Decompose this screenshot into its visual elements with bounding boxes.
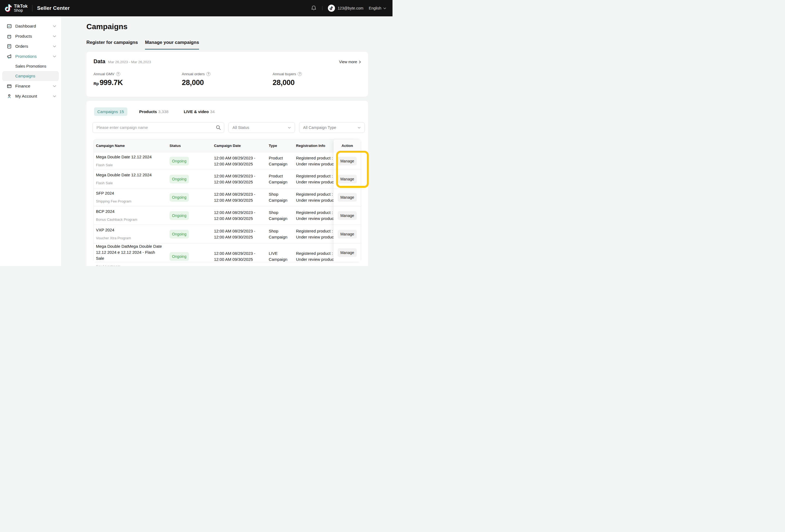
manage-button[interactable]: Manage xyxy=(338,211,357,220)
status-badge: Ongoing xyxy=(170,157,189,166)
sidebar-item-label: Campaigns xyxy=(15,74,35,78)
campaign-type: Product Campaign xyxy=(267,155,294,167)
campaign-type: Shop Campaign xyxy=(267,209,294,222)
campaign-date-end: 12:00 AM 09/30/2025 xyxy=(214,197,267,203)
campaign-subtitle: Key Livestream xyxy=(96,263,167,266)
status-badge: Ongoing xyxy=(170,252,189,261)
sidebar-item-orders[interactable]: Orders xyxy=(0,41,61,51)
table-row: BCP 2024Bonus Cashback Program Ongoing 1… xyxy=(94,206,361,225)
status-badge: Ongoing xyxy=(170,230,189,238)
status-badge: Ongoing xyxy=(170,175,189,183)
table-row: Mega Double Date 12.12 2024Flash Sale On… xyxy=(94,152,361,170)
col-action: Action xyxy=(334,139,361,152)
page-tabs: Register for campaigns Manage your campa… xyxy=(86,40,199,50)
metric-annual-orders: Annual orders ? 28,000 xyxy=(182,72,273,87)
chevron-right-icon xyxy=(359,60,361,64)
chevron-down-icon xyxy=(383,7,386,9)
sidebar-item-label: My Account xyxy=(15,94,37,99)
my-account-icon xyxy=(6,94,12,99)
campaign-type: Shop Campaign xyxy=(267,228,294,240)
help-icon[interactable]: ? xyxy=(116,72,120,76)
account-email[interactable]: 123@byte.com xyxy=(338,6,363,10)
view-more-link[interactable]: View more xyxy=(339,60,361,64)
col-status: Status xyxy=(167,144,212,148)
currency-prefix: Rp xyxy=(94,81,99,86)
tab-register-for-campaigns[interactable]: Register for campaigns xyxy=(86,40,138,50)
sidebar-item-dashboard[interactable]: Dashboard xyxy=(0,21,61,31)
manage-button[interactable]: Manage xyxy=(338,248,357,257)
metric-label: Annual orders xyxy=(182,72,205,76)
tab-products[interactable]: Products 3,338 xyxy=(136,107,172,116)
chevron-down-icon xyxy=(358,127,361,129)
tab-label: LIVE & video xyxy=(184,109,209,114)
chevron-down-icon xyxy=(53,25,56,27)
search-icon[interactable] xyxy=(216,125,221,130)
notification-bell-icon[interactable] xyxy=(311,5,317,11)
tiktok-shop-logo[interactable]: TikTok Shop xyxy=(5,4,28,12)
sidebar-item-campaigns[interactable]: Campaigns xyxy=(2,71,59,81)
account-avatar[interactable] xyxy=(328,5,335,12)
tab-live-video[interactable]: LIVE & video 34 xyxy=(180,107,218,116)
metric-annual-gmv: Annual GMV ? Rp 999.7K xyxy=(94,72,182,87)
main-content: Campaigns Register for campaigns Manage … xyxy=(61,16,392,266)
sidebar-item-finance[interactable]: Finance xyxy=(0,81,61,91)
dashboard-icon xyxy=(6,23,12,29)
campaign-name: Mega Double Date 12.12 2024 xyxy=(96,154,164,160)
sidebar-item-label: Products xyxy=(15,34,32,39)
tab-count: 15 xyxy=(119,109,124,114)
chevron-down-icon xyxy=(53,85,56,87)
tab-campaigns[interactable]: Campaigns 15 xyxy=(94,107,127,116)
tab-label: Products xyxy=(139,109,157,114)
sidebar-item-promotions[interactable]: Promotions xyxy=(0,51,61,61)
sidebar-item-sales-promotions[interactable]: Sales Promotions xyxy=(0,61,61,71)
table-row: VXP 2024Voucher Xtra Program Ongoing 12:… xyxy=(94,225,361,243)
chevron-down-icon xyxy=(288,127,291,129)
campaign-name: VXP 2024 xyxy=(96,227,164,233)
metric-annual-buyers: Annual buyers ? 28,000 xyxy=(273,72,361,87)
action-column: Action Manage Manage Manage Manage Manag… xyxy=(334,139,361,262)
chevron-down-icon xyxy=(53,95,56,97)
tiktok-note-icon xyxy=(5,4,12,12)
manage-button[interactable]: Manage xyxy=(338,157,357,166)
campaign-subtitle: Flash Sale xyxy=(96,180,167,186)
tab-count: 3,338 xyxy=(158,109,169,114)
status-filter-select[interactable]: All Status xyxy=(228,122,295,133)
help-icon[interactable]: ? xyxy=(298,72,302,76)
campaign-name: Mega Double DatMega Double Date 12.12 20… xyxy=(96,244,164,261)
help-icon[interactable]: ? xyxy=(206,72,210,76)
manage-button[interactable]: Manage xyxy=(338,175,357,183)
sidebar: Dashboard Products Orders Promotions Sal… xyxy=(0,16,61,266)
sidebar-item-products[interactable]: Products xyxy=(0,31,61,41)
sidebar-item-my-account[interactable]: My Account xyxy=(0,91,61,101)
campaign-type-filter-value: All Campaign Type xyxy=(303,125,336,130)
campaign-name: Mega Double Date 12.12 2024 xyxy=(96,172,164,178)
metric-label: Annual buyers xyxy=(273,72,296,76)
campaign-date-start: 12:00 AM 08/29/2023 - xyxy=(214,228,267,234)
orders-icon xyxy=(6,44,12,49)
campaign-date-end: 12:00 AM 09/30/2025 xyxy=(214,179,267,185)
language-selector[interactable]: English xyxy=(369,6,386,10)
campaign-search-input[interactable] xyxy=(93,122,224,133)
sidebar-item-label: Promotions xyxy=(15,54,36,59)
campaign-type: Shop Campaign xyxy=(267,191,294,203)
tab-manage-your-campaigns[interactable]: Manage your campaigns xyxy=(145,40,199,50)
campaign-date-end: 12:00 AM 09/30/2025 xyxy=(214,161,267,167)
campaign-type-filter-select[interactable]: All Campaign Type xyxy=(299,122,365,133)
sidebar-item-label: Dashboard xyxy=(15,24,36,29)
campaign-date-end: 12:00 AM 09/30/2025 xyxy=(214,256,267,262)
campaign-date-start: 12:00 AM 08/29/2023 - xyxy=(214,155,267,161)
metrics-row: Annual GMV ? Rp 999.7K Annual orders ? 2… xyxy=(94,72,361,87)
promotions-icon xyxy=(6,54,12,59)
data-card: Data Mar 26,2023 - Mar 26,2023 View more… xyxy=(86,52,368,97)
topbar-divider xyxy=(322,6,323,10)
manage-button[interactable]: Manage xyxy=(338,193,357,202)
campaign-subtitle: Bonus Cashback Program xyxy=(96,217,167,223)
manage-button[interactable]: Manage xyxy=(338,230,357,238)
app-name: Seller Center xyxy=(37,5,70,11)
table-header: Campaign Name Status Campaign Date Type … xyxy=(94,139,361,152)
metric-value: 999.7K xyxy=(100,78,123,87)
chevron-down-icon xyxy=(53,45,56,47)
campaign-date-start: 12:00 AM 08/29/2023 - xyxy=(214,251,267,256)
logo-wordmark: TikTok Shop xyxy=(14,4,28,12)
campaigns-table: Campaign Name Status Campaign Date Type … xyxy=(94,139,361,262)
